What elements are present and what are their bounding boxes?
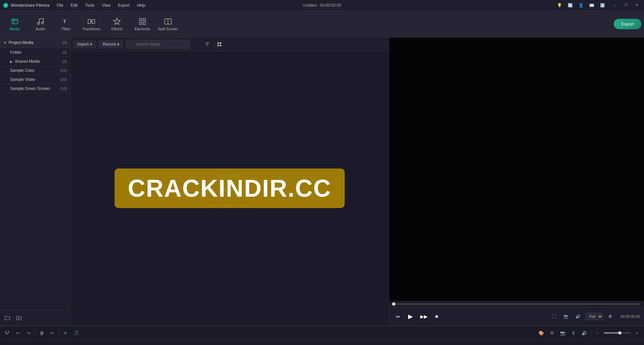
svg-point-4 — [41, 22, 43, 24]
undo-button[interactable]: ↩ — [13, 329, 22, 337]
svg-rect-18 — [220, 45, 221, 46]
panel-bottom-buttons — [0, 310, 70, 326]
timeline-tracks: 00:00:00:00 00:00:10:00 00:00:20:00 00:0… — [0, 340, 644, 345]
new-folder-button[interactable] — [3, 313, 12, 323]
folder-item[interactable]: Folder (0) — [0, 48, 70, 57]
project-media-header[interactable]: ▼ Project Media (0) — [0, 38, 70, 48]
svg-rect-12 — [143, 22, 145, 24]
import-folder-button[interactable] — [14, 313, 24, 323]
zoom-out-button[interactable]: − — [593, 329, 602, 337]
redo-button[interactable]: ↪ — [24, 329, 33, 337]
menu-tools[interactable]: Tools — [82, 2, 98, 9]
svg-rect-17 — [217, 45, 219, 46]
svg-rect-6 — [88, 19, 91, 23]
toolbar-audio[interactable]: Audio — [28, 13, 52, 36]
fullscreen-button[interactable]: ⛶ — [549, 312, 559, 321]
toolbar-titles[interactable]: T Titles — [54, 13, 78, 36]
timeline-toolbar: ↩ ↪ 🗑 ✂ ≡ 🎵 🎨 📷 🎙 🔊 − + — [0, 326, 644, 340]
sample-video-item[interactable]: Sample Video (20) — [0, 75, 70, 84]
svg-text:T: T — [63, 19, 66, 24]
magnet-icon — [5, 331, 9, 335]
toolbar-transitions[interactable]: Transitions — [79, 13, 103, 36]
zoom-in-button[interactable]: + — [633, 329, 641, 337]
preview-progress-bar[interactable] — [393, 303, 640, 305]
preview-progress-container[interactable] — [389, 301, 644, 307]
svg-rect-10 — [143, 18, 145, 21]
timeline-ruler: 00:00:00:00 00:00:10:00 00:00:20:00 00:0… — [0, 340, 644, 345]
audio-mix-button[interactable]: ≡ — [61, 329, 70, 337]
zoom-slider-thumb[interactable] — [618, 331, 621, 335]
preview-progress-thumb — [392, 302, 395, 306]
zoom-slider[interactable] — [604, 332, 631, 334]
filter-icon — [205, 42, 210, 47]
beat-detect-button[interactable]: 🎵 — [72, 329, 81, 337]
cut-button[interactable]: ✂ — [48, 329, 57, 337]
menu-view[interactable]: View — [98, 2, 114, 9]
preview-panel: ⏮ ▶ ▶▶ ⏹ ⛶ 📷 🔊 Full 1/2 1/4 1/8 ⚙ 00:00:… — [389, 38, 644, 326]
media-panel-toolbar: Import ▾ Record ▾ 🔍 — [71, 38, 389, 51]
export-button[interactable]: Export — [614, 19, 641, 29]
menu-help[interactable]: Help — [134, 2, 149, 9]
close-button[interactable]: ✕ — [632, 2, 641, 9]
shared-media-count: (0) — [62, 59, 67, 63]
bulb-icon[interactable]: 💡 — [555, 1, 563, 9]
window-controls: ─ ❐ ✕ — [610, 2, 641, 9]
main-toolbar: Media Audio T Titles Transitions Effects — [0, 11, 644, 38]
toolbar-media[interactable]: Media — [3, 13, 27, 36]
sample-color-label: Sample Color — [10, 68, 60, 73]
volume-button[interactable]: 🔊 — [573, 312, 583, 321]
skip-back-button[interactable]: ⏮ — [393, 312, 402, 321]
search-input[interactable] — [126, 40, 190, 49]
effects-icon — [113, 17, 121, 26]
download-icon[interactable]: ⬇️ — [598, 1, 606, 9]
minimize-button[interactable]: ─ — [610, 2, 620, 9]
left-panel: ▼ Project Media (0) Folder (0) ▶ Shared … — [0, 38, 71, 326]
sample-greenscreen-item[interactable]: Sample Green Screen (10) — [0, 84, 70, 93]
record-button[interactable]: Record ▾ — [99, 40, 123, 48]
toolbar-divider-3 — [591, 330, 591, 336]
mail-icon[interactable]: ✉️ — [588, 1, 596, 9]
play-button[interactable]: ▶ — [405, 311, 416, 322]
menu-edit[interactable]: Edit — [68, 2, 81, 9]
preview-video-area — [389, 38, 644, 301]
mic-button[interactable]: 🎙 — [569, 329, 578, 337]
timeline-settings-button[interactable] — [548, 329, 556, 337]
refresh-icon[interactable]: 🔄 — [566, 1, 574, 9]
svg-rect-7 — [92, 19, 95, 23]
delete-button[interactable]: 🗑 — [37, 329, 46, 337]
media-panel: Import ▾ Record ▾ 🔍 — [71, 38, 389, 326]
app-logo-icon — [3, 2, 9, 8]
sample-color-item[interactable]: Sample Color (25) — [0, 66, 70, 75]
shared-media-item[interactable]: ▶ Shared Media (0) — [0, 57, 70, 66]
magnet-button[interactable] — [3, 329, 11, 337]
user-icon[interactable]: 👤 — [577, 1, 585, 9]
menu-export[interactable]: Export — [115, 2, 133, 9]
svg-rect-9 — [139, 18, 142, 21]
toolbar-splitscreen[interactable]: Split Screen — [156, 13, 180, 36]
import-button[interactable]: Import ▾ — [73, 40, 96, 48]
audio-icon — [36, 17, 44, 26]
quality-select[interactable]: Full 1/2 1/4 1/8 — [586, 313, 603, 320]
watermark-overlay: CRACKINDIR.CC — [115, 168, 345, 208]
camera-button[interactable]: 📷 — [558, 329, 567, 337]
dub-button[interactable]: 🔊 — [580, 329, 589, 337]
settings-icon — [550, 331, 554, 335]
snapshot-button[interactable]: 📷 — [561, 312, 571, 321]
sample-greenscreen-count: (10) — [60, 87, 67, 91]
stop-button[interactable]: ⏹ — [432, 312, 441, 321]
view-toggle-button[interactable] — [215, 40, 224, 49]
project-media-count: (0) — [62, 41, 67, 45]
shared-media-label: Shared Media — [15, 59, 62, 64]
toolbar-effects[interactable]: Effects — [105, 13, 129, 36]
color-grading-button[interactable]: 🎨 — [537, 329, 546, 337]
play-forward-button[interactable]: ▶▶ — [419, 311, 429, 322]
filter-button[interactable] — [203, 40, 212, 49]
svg-marker-8 — [114, 18, 120, 24]
settings-button[interactable]: ⚙ — [606, 312, 615, 321]
menu-file[interactable]: File — [53, 2, 67, 9]
toolbar-divider-1 — [35, 330, 35, 336]
maximize-button[interactable]: ❐ — [621, 2, 631, 9]
toolbar-elements[interactable]: Elements — [130, 13, 155, 36]
svg-rect-11 — [139, 22, 142, 24]
titlebar: Wondershare Filmora File Edit Tools View… — [0, 0, 644, 11]
